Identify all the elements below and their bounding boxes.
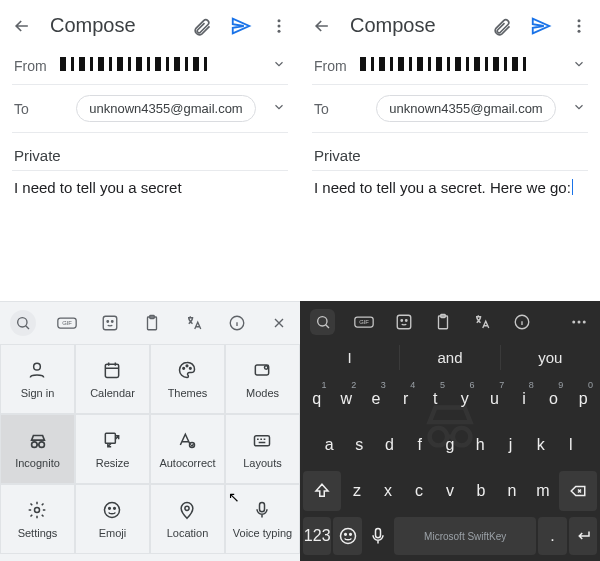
kb-option-resize[interactable]: Resize <box>75 414 150 484</box>
kb-option-calendar[interactable]: Calendar <box>75 344 150 414</box>
key-z[interactable]: z <box>343 471 372 511</box>
key-a[interactable]: a <box>315 425 343 465</box>
more-icon[interactable] <box>569 311 590 333</box>
more-icon[interactable] <box>570 17 588 35</box>
kb-option-modes[interactable]: Modes <box>225 344 300 414</box>
key-k[interactable]: k <box>527 425 555 465</box>
svg-rect-21 <box>105 433 115 443</box>
kb-option-incognito[interactable]: Incognito <box>0 414 75 484</box>
key-period[interactable]: . <box>538 517 566 555</box>
key-c[interactable]: c <box>405 471 434 511</box>
gif-icon[interactable]: GIF <box>56 312 78 334</box>
key-x[interactable]: x <box>374 471 403 511</box>
key-p[interactable]: 0p <box>569 379 597 419</box>
key-r[interactable]: 4r <box>392 379 420 419</box>
info-icon[interactable] <box>511 311 532 333</box>
to-row[interactable]: To unknown4355@gmail.com <box>0 85 300 132</box>
from-row[interactable]: From <box>300 47 600 84</box>
attach-icon[interactable] <box>192 16 212 36</box>
message-body[interactable]: I need to tell you a secret. Here we go: <box>300 171 600 198</box>
svg-point-2 <box>278 29 281 32</box>
key-shift[interactable] <box>303 471 341 511</box>
kb-option-layouts[interactable]: Layouts <box>225 414 300 484</box>
info-icon[interactable] <box>226 312 248 334</box>
kb-option-label: Themes <box>168 387 208 399</box>
translate-icon[interactable] <box>472 311 493 333</box>
key-l[interactable]: l <box>557 425 585 465</box>
key-q[interactable]: 1q <box>303 379 331 419</box>
subject-field[interactable]: Private <box>300 133 600 170</box>
attach-icon[interactable] <box>492 16 512 36</box>
to-label: To <box>314 101 360 117</box>
key-v[interactable]: v <box>436 471 465 511</box>
key-i[interactable]: 8i <box>510 379 538 419</box>
sticker-icon[interactable] <box>99 312 121 334</box>
key-backspace[interactable] <box>559 471 597 511</box>
close-icon[interactable] <box>268 312 290 334</box>
key-emoji[interactable] <box>333 517 361 555</box>
calendar-icon <box>102 360 124 382</box>
resize-icon <box>102 430 124 452</box>
recipient-chip[interactable]: unknown4355@gmail.com <box>76 95 255 122</box>
kb-option-settings[interactable]: Settings <box>0 484 75 554</box>
back-icon[interactable] <box>312 16 332 36</box>
key-enter[interactable] <box>569 517 597 555</box>
gif-icon[interactable]: GIF <box>353 311 374 333</box>
send-icon[interactable] <box>230 15 252 37</box>
key-j[interactable]: j <box>496 425 524 465</box>
message-body[interactable]: I need to tell you a secret <box>0 171 300 198</box>
key-t[interactable]: 5t <box>421 379 449 419</box>
key-e[interactable]: 3e <box>362 379 390 419</box>
key-o[interactable]: 9o <box>540 379 568 419</box>
keyboard: GIF Iandyou 1q2w3e4r5t6y7u8i9o0p asdfghj… <box>300 301 600 561</box>
keyboard-settings-panel: GIF Sign inCalendarThemesModesIncognitoR… <box>0 301 300 561</box>
svg-point-14 <box>182 367 184 369</box>
search-icon[interactable] <box>310 309 335 335</box>
recipient-chip[interactable]: unknown4355@gmail.com <box>376 95 555 122</box>
key-d[interactable]: d <box>375 425 403 465</box>
more-icon[interactable] <box>270 17 288 35</box>
chevron-down-icon[interactable] <box>572 100 586 117</box>
from-row[interactable]: From <box>0 47 300 84</box>
key-g[interactable]: g <box>436 425 464 465</box>
kb-option-autocorrect[interactable]: Autocorrect <box>150 414 225 484</box>
chevron-down-icon[interactable] <box>272 57 286 74</box>
key-n[interactable]: n <box>497 471 526 511</box>
key-s[interactable]: s <box>345 425 373 465</box>
kb-option-label: Modes <box>246 387 279 399</box>
suggestion[interactable]: you <box>501 345 600 370</box>
kb-option-signin[interactable]: Sign in <box>0 344 75 414</box>
kb-option-emoji[interactable]: Emoji <box>75 484 150 554</box>
suggestion[interactable]: and <box>400 345 500 370</box>
svg-point-15 <box>186 365 188 367</box>
key-f[interactable]: f <box>406 425 434 465</box>
clipboard-icon[interactable] <box>141 312 163 334</box>
key-w[interactable]: 2w <box>333 379 361 419</box>
subject-field[interactable]: Private <box>0 133 300 170</box>
key-b[interactable]: b <box>466 471 495 511</box>
svg-point-35 <box>317 317 326 326</box>
key-h[interactable]: h <box>466 425 494 465</box>
translate-icon[interactable] <box>183 312 205 334</box>
clipboard-icon[interactable] <box>432 311 453 333</box>
svg-rect-23 <box>254 435 269 445</box>
send-icon[interactable] <box>530 15 552 37</box>
svg-point-44 <box>573 321 576 324</box>
key-123[interactable]: 123 <box>303 517 331 555</box>
kb-option-voice[interactable]: Voice typing <box>225 484 300 554</box>
kb-option-location[interactable]: Location <box>150 484 225 554</box>
key-mic[interactable] <box>364 517 392 555</box>
chevron-down-icon[interactable] <box>572 57 586 74</box>
chevron-down-icon[interactable] <box>272 100 286 117</box>
key-space[interactable]: Microsoft SwiftKey <box>394 517 536 555</box>
search-icon[interactable] <box>10 310 36 336</box>
svg-point-19 <box>31 441 36 447</box>
suggestion[interactable]: I <box>300 345 400 370</box>
to-row[interactable]: To unknown4355@gmail.com <box>300 85 600 132</box>
key-y[interactable]: 6y <box>451 379 479 419</box>
kb-option-themes[interactable]: Themes <box>150 344 225 414</box>
sticker-icon[interactable] <box>393 311 414 333</box>
key-m[interactable]: m <box>528 471 557 511</box>
back-icon[interactable] <box>12 16 32 36</box>
key-u[interactable]: 7u <box>481 379 509 419</box>
